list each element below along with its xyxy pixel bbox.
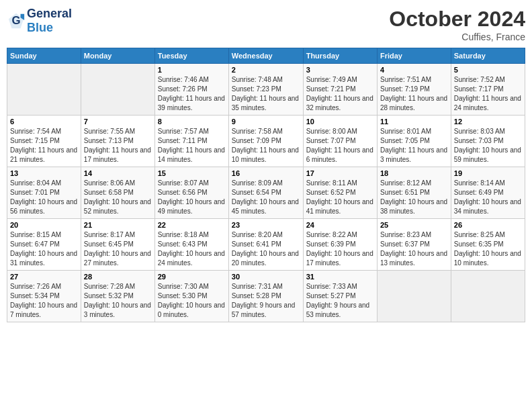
month-title: October 2024 — [389, 7, 525, 32]
day-number: 13 — [10, 169, 78, 177]
day-number: 15 — [158, 169, 226, 177]
day-details: Sunrise: 8:00 AM Sunset: 7:07 PM Dayligh… — [306, 127, 374, 165]
calendar-table: SundayMondayTuesdayWednesdayThursdayFrid… — [7, 48, 525, 322]
day-details: Sunrise: 8:25 AM Sunset: 6:35 PM Dayligh… — [454, 230, 522, 268]
day-number: 9 — [232, 118, 300, 126]
day-details: Sunrise: 8:09 AM Sunset: 6:54 PM Dayligh… — [232, 179, 300, 216]
logo-icon: G — [7, 11, 26, 30]
calendar-cell: 13Sunrise: 8:04 AM Sunset: 7:01 PM Dayli… — [7, 167, 81, 219]
calendar-cell: 20Sunrise: 8:15 AM Sunset: 6:47 PM Dayli… — [7, 219, 81, 271]
day-number: 5 — [454, 66, 522, 74]
day-details: Sunrise: 8:06 AM Sunset: 6:58 PM Dayligh… — [84, 179, 152, 216]
weekday-header-row: SundayMondayTuesdayWednesdayThursdayFrid… — [7, 48, 525, 64]
calendar-week-row: 20Sunrise: 8:15 AM Sunset: 6:47 PM Dayli… — [7, 219, 525, 271]
weekday-header: Sunday — [7, 48, 81, 64]
calendar-cell: 3Sunrise: 7:49 AM Sunset: 7:21 PM Daylig… — [303, 64, 377, 116]
calendar-cell — [81, 64, 154, 116]
calendar-week-row: 1Sunrise: 7:46 AM Sunset: 7:26 PM Daylig… — [7, 64, 525, 116]
logo-general-text: General — [27, 7, 72, 20]
day-number: 12 — [454, 118, 522, 126]
weekday-header: Tuesday — [154, 48, 228, 64]
weekday-header: Saturday — [451, 48, 525, 64]
calendar-cell: 16Sunrise: 8:09 AM Sunset: 6:54 PM Dayli… — [228, 167, 303, 219]
day-details: Sunrise: 8:12 AM Sunset: 6:51 PM Dayligh… — [380, 179, 448, 216]
weekday-header: Thursday — [303, 48, 377, 64]
calendar-cell: 17Sunrise: 8:11 AM Sunset: 6:52 PM Dayli… — [303, 167, 377, 219]
calendar-cell: 8Sunrise: 7:57 AM Sunset: 7:11 PM Daylig… — [154, 116, 228, 167]
day-number: 8 — [158, 118, 226, 126]
day-number: 27 — [10, 273, 78, 281]
calendar-cell: 30Sunrise: 7:31 AM Sunset: 5:28 PM Dayli… — [228, 271, 303, 322]
day-number: 4 — [380, 66, 448, 74]
day-number: 3 — [306, 66, 374, 74]
day-number: 25 — [380, 221, 448, 229]
day-number: 7 — [84, 118, 152, 126]
day-number: 6 — [10, 118, 78, 126]
calendar-cell: 4Sunrise: 7:51 AM Sunset: 7:19 PM Daylig… — [377, 64, 451, 116]
day-number: 14 — [84, 169, 152, 177]
day-number: 31 — [306, 273, 374, 281]
day-number: 29 — [158, 273, 226, 281]
calendar-cell: 28Sunrise: 7:28 AM Sunset: 5:32 PM Dayli… — [81, 271, 154, 322]
calendar-cell: 23Sunrise: 8:20 AM Sunset: 6:41 PM Dayli… — [228, 219, 303, 271]
day-number: 30 — [232, 273, 300, 281]
calendar-cell: 24Sunrise: 8:22 AM Sunset: 6:39 PM Dayli… — [303, 219, 377, 271]
day-number: 10 — [306, 118, 374, 126]
day-details: Sunrise: 7:33 AM Sunset: 5:27 PM Dayligh… — [306, 282, 374, 320]
day-number: 22 — [158, 221, 226, 229]
day-details: Sunrise: 7:58 AM Sunset: 7:09 PM Dayligh… — [232, 127, 300, 165]
calendar-cell: 11Sunrise: 8:01 AM Sunset: 7:05 PM Dayli… — [377, 116, 451, 167]
day-details: Sunrise: 8:11 AM Sunset: 6:52 PM Dayligh… — [306, 179, 374, 216]
day-details: Sunrise: 8:20 AM Sunset: 6:41 PM Dayligh… — [232, 230, 300, 268]
day-details: Sunrise: 8:04 AM Sunset: 7:01 PM Dayligh… — [10, 179, 78, 216]
day-details: Sunrise: 7:28 AM Sunset: 5:32 PM Dayligh… — [84, 282, 152, 320]
calendar-cell: 1Sunrise: 7:46 AM Sunset: 7:26 PM Daylig… — [154, 64, 228, 116]
calendar-cell: 10Sunrise: 8:00 AM Sunset: 7:07 PM Dayli… — [303, 116, 377, 167]
calendar-cell — [7, 64, 81, 116]
weekday-header: Friday — [377, 48, 451, 64]
location: Cuffies, France — [389, 32, 525, 42]
day-number: 16 — [232, 169, 300, 177]
day-details: Sunrise: 7:26 AM Sunset: 5:34 PM Dayligh… — [10, 282, 78, 320]
day-number: 21 — [84, 221, 152, 229]
calendar-cell: 5Sunrise: 7:52 AM Sunset: 7:17 PM Daylig… — [451, 64, 525, 116]
day-details: Sunrise: 8:15 AM Sunset: 6:47 PM Dayligh… — [10, 230, 78, 268]
calendar-cell: 31Sunrise: 7:33 AM Sunset: 5:27 PM Dayli… — [303, 271, 377, 322]
day-details: Sunrise: 8:18 AM Sunset: 6:43 PM Dayligh… — [158, 230, 226, 268]
calendar-cell: 27Sunrise: 7:26 AM Sunset: 5:34 PM Dayli… — [7, 271, 81, 322]
day-number: 11 — [380, 118, 448, 126]
calendar-week-row: 27Sunrise: 7:26 AM Sunset: 5:34 PM Dayli… — [7, 271, 525, 322]
day-details: Sunrise: 8:14 AM Sunset: 6:49 PM Dayligh… — [454, 179, 522, 216]
calendar-cell: 25Sunrise: 8:23 AM Sunset: 6:37 PM Dayli… — [377, 219, 451, 271]
calendar-cell — [377, 271, 451, 322]
day-number: 19 — [454, 169, 522, 177]
day-details: Sunrise: 7:57 AM Sunset: 7:11 PM Dayligh… — [158, 127, 226, 165]
day-number: 24 — [306, 221, 374, 229]
day-details: Sunrise: 7:46 AM Sunset: 7:26 PM Dayligh… — [158, 75, 226, 113]
svg-text:G: G — [11, 14, 20, 27]
calendar-cell: 15Sunrise: 8:07 AM Sunset: 6:56 PM Dayli… — [154, 167, 228, 219]
logo: G General Blue — [7, 7, 72, 35]
day-details: Sunrise: 7:55 AM Sunset: 7:13 PM Dayligh… — [84, 127, 152, 165]
day-details: Sunrise: 7:48 AM Sunset: 7:23 PM Dayligh… — [232, 75, 300, 113]
day-number: 17 — [306, 169, 374, 177]
day-details: Sunrise: 8:01 AM Sunset: 7:05 PM Dayligh… — [380, 127, 448, 165]
day-number: 20 — [10, 221, 78, 229]
day-number: 2 — [232, 66, 300, 74]
weekday-header: Monday — [81, 48, 154, 64]
day-number: 23 — [232, 221, 300, 229]
weekday-header: Wednesday — [228, 48, 303, 64]
calendar-cell: 21Sunrise: 8:17 AM Sunset: 6:45 PM Dayli… — [81, 219, 154, 271]
day-details: Sunrise: 7:30 AM Sunset: 5:30 PM Dayligh… — [158, 282, 226, 320]
page-header: G General Blue October 2024 Cuffies, Fra… — [7, 7, 525, 42]
day-number: 1 — [158, 66, 226, 74]
day-details: Sunrise: 7:52 AM Sunset: 7:17 PM Dayligh… — [454, 75, 522, 113]
day-number: 26 — [454, 221, 522, 229]
calendar-cell: 19Sunrise: 8:14 AM Sunset: 6:49 PM Dayli… — [451, 167, 525, 219]
calendar-cell — [451, 271, 525, 322]
day-details: Sunrise: 8:03 AM Sunset: 7:03 PM Dayligh… — [454, 127, 522, 165]
calendar-week-row: 6Sunrise: 7:54 AM Sunset: 7:15 PM Daylig… — [7, 116, 525, 167]
logo-blue-text: Blue — [27, 21, 53, 34]
calendar-cell: 9Sunrise: 7:58 AM Sunset: 7:09 PM Daylig… — [228, 116, 303, 167]
calendar-cell: 12Sunrise: 8:03 AM Sunset: 7:03 PM Dayli… — [451, 116, 525, 167]
